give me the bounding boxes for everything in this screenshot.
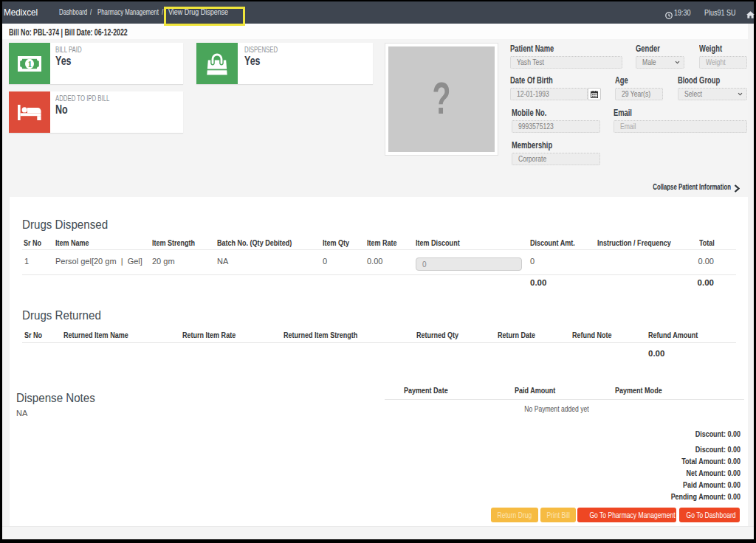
svg-text:1: 1 — [27, 59, 32, 68]
